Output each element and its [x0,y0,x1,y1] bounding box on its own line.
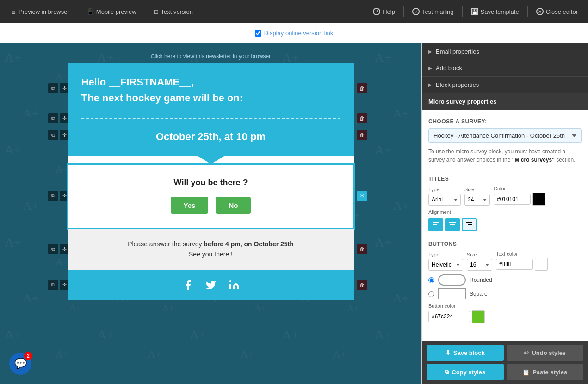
save-block-button[interactable]: ⬇ Save block [427,345,504,361]
block-social [68,270,354,300]
twitter-icon-link[interactable] [204,278,218,292]
titles-label: TITLES [428,176,582,182]
btn-color-input[interactable]: #67c224 [428,311,470,322]
block-survey: Will you be there ? Yes No [68,164,354,229]
toolbar-left: 🖥 Preview in browser 📱 Mobile preview ⊡ … [6,6,198,18]
rounded-shape-row: Rounded [428,274,582,286]
panel-content: CHOOSE A SURVEY: Hockey - Attendance Con… [422,110,588,341]
browser-link[interactable]: Click here to view this newsletter in yo… [151,53,271,60]
align-center-btn[interactable] [445,218,460,231]
titles-color-swatch[interactable] [532,193,545,206]
monitor-icon: 🖥 [10,8,16,15]
survey-dropdown[interactable]: Hockey - Attendance Confirmation - Octob… [428,128,582,143]
titles-color-input[interactable]: #010101 [494,194,531,205]
buttons-label: BUTTONS [428,241,582,247]
block5-copy-btn[interactable]: ⧉ [48,244,58,254]
add-block-section[interactable]: ▶ Add block [422,60,588,77]
block-divider-outer: ⧉ ✛ 🗑 [68,113,354,123]
survey-no-button[interactable]: No [216,197,251,214]
copy-styles-button[interactable]: ⧉ Copy styles [427,364,504,380]
titles-type-select[interactable]: Arial [428,194,461,206]
chat-bubble[interactable]: 💬 2 [9,353,31,375]
display-online-version-checkbox[interactable] [255,30,261,37]
text-version-button[interactable]: ⊡ Text version [149,6,198,18]
btn-color-swatch[interactable] [472,310,485,323]
block2-controls-right: 🗑 [357,113,367,123]
add-block-label: Add block [436,65,462,72]
alignment-label: Alignment [428,209,582,215]
block-chevron-survey-outer: ⧉ ✛ ✕ Will you be there ? Yes [68,146,354,229]
close-editor-button[interactable]: ✕ Close editor [532,5,582,18]
block1-controls-left: ⧉ ✛ [48,83,70,93]
block-footer-text-outer: ⧉ ✛ 🗑 Please answer the survey before 4 … [68,229,354,270]
canvas-inner: Click here to view this newsletter in yo… [68,53,354,300]
second-bar: Display online version link [0,23,588,43]
divider-1 [78,6,78,17]
block3-delete-btn[interactable]: 🗑 [357,130,367,140]
titles-size-select[interactable]: 24 [464,194,490,206]
survey-yes-button[interactable]: Yes [171,197,209,214]
paste-styles-button[interactable]: 📋 Paste styles [507,364,584,380]
btn-text-color-swatch[interactable] [535,258,548,271]
block-properties-label: Block properties [436,81,479,88]
align-right-btn[interactable] [462,218,477,231]
save-template-button[interactable]: 💾 Save template [466,5,524,18]
btn-type-select[interactable]: Helvetic [428,259,463,271]
block5-controls-left: ⧉ ✛ [48,244,70,254]
align-center-icon [449,221,456,228]
rounded-radio[interactable] [428,277,434,283]
block2-copy-btn[interactable]: ⧉ [48,113,58,123]
block3-copy-btn[interactable]: ⧉ [48,130,58,140]
svg-rect-4 [449,222,456,223]
chat-icon: 💬 [14,358,27,370]
titles-size-group: Size 24 [464,187,490,206]
block2-controls-left: ⧉ ✛ [48,113,70,123]
divider-5 [527,6,528,17]
btn-text-color-input[interactable]: #ffffff [496,259,533,270]
align-left-btn[interactable] [428,218,443,231]
svg-rect-1 [433,222,439,223]
btn-color-group: Button color #67c224 [428,303,485,323]
add-block-arrow: ▶ [428,66,432,71]
block6-copy-btn[interactable]: ⧉ [48,280,58,290]
display-online-version-label[interactable]: Display online version link [255,30,334,37]
greeting-text: Hello __FIRSTNAME__, [81,76,340,88]
block4-delete-btn[interactable]: ✕ [357,191,367,201]
help-icon: ? [373,8,380,15]
undo-styles-button[interactable]: ↩ Undo styles [507,345,584,361]
btn-size-select[interactable]: 16 [467,259,492,271]
block2-delete-btn[interactable]: 🗑 [357,113,367,123]
block-properties-section[interactable]: ▶ Block properties [422,77,588,93]
facebook-icon-link[interactable] [181,278,195,292]
preview-browser-button[interactable]: 🖥 Preview in browser [6,6,74,18]
titles-color-field-row: #010101 [494,193,545,206]
mobile-preview-button[interactable]: 📱 Mobile preview [82,6,141,18]
btn-text-color-label: Text color [496,251,548,256]
block6-controls-right: 🗑 [357,280,367,290]
survey-title: Will you be there ? [82,178,340,188]
footer-bold: before 4 pm, on October 25th [204,240,293,248]
svg-rect-8 [468,224,472,225]
undo-icon: ↩ [524,349,529,356]
btn-type-group: Type Helvetic [428,252,463,271]
email-properties-label: Email properties [436,48,479,55]
block1-copy-btn[interactable]: ⧉ [48,83,58,93]
square-radio[interactable] [428,291,434,297]
block4-copy-btn[interactable]: ⧉ [48,191,58,201]
block5-delete-btn[interactable]: 🗑 [357,244,367,254]
date-text: October 25th, at 10 pm [81,131,340,143]
block6-delete-btn[interactable]: 🗑 [357,280,367,290]
btn-color-field-row: #67c224 [428,310,485,323]
btn-size-label: Size [467,252,492,257]
email-properties-arrow: ▶ [428,49,432,54]
help-button[interactable]: ? Help [368,5,400,18]
btn-color-label: Button color [428,303,485,309]
toolbar-right: ? Help ✓ Test mailing 💾 Save template ✕ … [368,5,582,18]
test-mailing-button[interactable]: ✓ Test mailing [408,5,458,18]
block-properties-arrow: ▶ [428,82,432,87]
email-properties-section[interactable]: ▶ Email properties [422,43,588,60]
block1-delete-btn[interactable]: 🗑 [357,83,367,93]
linkedin-icon-link[interactable] [227,278,241,292]
block-date-outer: ⧉ ✛ 🗑 October 25th, at 10 pm [68,123,354,146]
block6-controls-left: ⧉ ✛ [48,280,70,290]
